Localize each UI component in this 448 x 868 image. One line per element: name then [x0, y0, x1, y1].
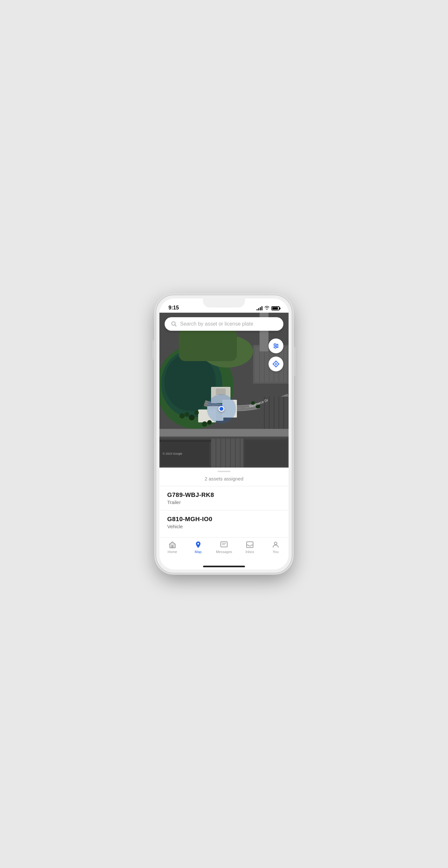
svg-point-49 [202, 422, 207, 427]
tab-home[interactable]: Home [159, 541, 185, 554]
sheet-handle[interactable] [159, 468, 289, 474]
asset-list: G789-WBJ-RK8 Trailer G810-MGH-IO0 Vehicl… [159, 486, 289, 537]
svg-line-56 [175, 325, 177, 327]
assets-count: 2 assets assigned [159, 474, 289, 486]
svg-point-62 [275, 347, 276, 348]
locate-button[interactable] [269, 356, 283, 371]
search-bar[interactable]: Search by asset or license plate [165, 317, 283, 331]
svg-point-75 [274, 542, 277, 545]
tab-messages[interactable]: Messages [211, 541, 237, 554]
tab-home-label: Home [168, 550, 177, 554]
phone-screen: 9:15 [159, 299, 289, 569]
bottom-sheet: 2 assets assigned G789-WBJ-RK8 Trailer G… [159, 468, 289, 537]
phone-frame: 9:15 [156, 295, 292, 573]
asset-item-2[interactable]: G810-MGH-IO0 Vehicle [159, 510, 289, 534]
svg-point-64 [275, 363, 277, 365]
svg-point-47 [189, 415, 195, 421]
tab-inbox-label: Inbox [246, 550, 255, 554]
asset-id-1: G789-WBJ-RK8 [167, 491, 281, 499]
search-icon [171, 321, 177, 327]
location-dot [218, 406, 224, 412]
svg-point-60 [274, 344, 276, 345]
notch [203, 299, 245, 308]
svg-rect-74 [247, 542, 253, 548]
svg-rect-29 [245, 440, 287, 466]
home-indicator [159, 563, 289, 569]
asset-type-2: Vehicle [167, 524, 281, 529]
tab-you-label: You [273, 550, 279, 554]
tab-map[interactable]: Map [185, 541, 211, 554]
tab-inbox[interactable]: Inbox [237, 541, 263, 554]
asset-type-1: Trailer [167, 499, 281, 505]
svg-point-45 [179, 413, 185, 418]
map-background: © 2023 Google Resource Dr [159, 313, 289, 468]
svg-point-61 [277, 345, 278, 347]
messages-icon [220, 541, 228, 549]
wifi-icon [264, 306, 270, 311]
map-pin-icon [194, 541, 202, 549]
svg-rect-71 [221, 542, 227, 547]
status-icons [257, 306, 279, 311]
svg-rect-69 [171, 545, 173, 548]
tab-map-label: Map [195, 550, 201, 554]
tab-you[interactable]: You [263, 541, 289, 554]
status-time: 9:15 [169, 305, 179, 311]
svg-point-70 [198, 543, 199, 545]
person-icon [272, 541, 279, 549]
svg-point-48 [194, 410, 199, 415]
map-controls [269, 339, 283, 371]
svg-rect-5 [179, 329, 237, 361]
locate-icon [272, 361, 279, 368]
filter-button[interactable] [269, 339, 283, 353]
svg-point-46 [185, 412, 189, 416]
svg-point-50 [207, 420, 212, 425]
map-container[interactable]: © 2023 Google Resource Dr Search by asse… [159, 313, 289, 468]
filter-icon [272, 342, 279, 349]
inbox-icon [246, 541, 254, 549]
asset-item-1[interactable]: G789-WBJ-RK8 Trailer [159, 486, 289, 510]
tab-messages-label: Messages [216, 550, 232, 554]
signal-icon [257, 307, 262, 310]
tab-bar: Home Map Messages [159, 537, 289, 563]
svg-rect-31 [159, 440, 211, 442]
asset-id-2: G810-MGH-IO0 [167, 516, 281, 523]
svg-text:© 2023 Google: © 2023 Google [163, 452, 182, 455]
home-icon [169, 541, 176, 549]
svg-rect-17 [159, 430, 289, 436]
battery-icon [271, 306, 279, 310]
search-placeholder: Search by asset or license plate [180, 321, 253, 327]
